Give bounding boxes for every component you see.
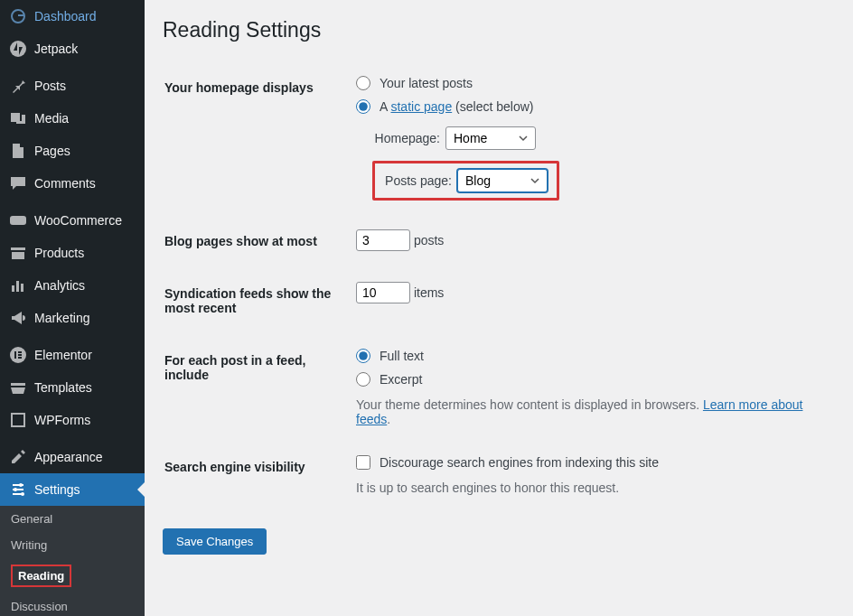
sidebar-item-label: Pages <box>34 144 70 158</box>
sidebar-item-label: Jetpack <box>34 42 78 56</box>
sidebar-item-comments[interactable]: Comments <box>0 167 145 200</box>
radio-static-page-label: A static page (select below) <box>380 99 533 114</box>
sidebar-item-label: Posts <box>34 79 66 93</box>
feed-description: Your theme determines how content is dis… <box>356 397 824 426</box>
blog-pages-label: Blog pages show at most <box>164 216 345 266</box>
sidebar-item-settings[interactable]: Settings <box>0 473 145 506</box>
radio-full-text-label: Full text <box>380 349 424 363</box>
sidebar-item-analytics[interactable]: Analytics <box>0 269 145 302</box>
svg-point-0 <box>10 41 26 57</box>
dashboard-icon <box>9 7 27 25</box>
blog-pages-input[interactable] <box>356 229 410 251</box>
sidebar-item-elementor[interactable]: Elementor <box>0 339 145 371</box>
page-title: Reading Settings <box>163 18 835 42</box>
radio-latest-posts[interactable] <box>356 76 370 90</box>
pin-icon <box>9 77 27 95</box>
templates-icon <box>9 378 27 397</box>
posts-page-highlight: Posts page: Blog <box>372 161 559 201</box>
sidebar-item-label: Dashboard <box>34 9 97 23</box>
sidebar-item-label: Settings <box>34 482 80 497</box>
sidebar-item-media[interactable]: Media <box>0 102 145 135</box>
sidebar-item-marketing[interactable]: Marketing <box>0 302 145 334</box>
sidebar-item-woocommerce[interactable]: WooCommerce <box>0 204 145 237</box>
elementor-icon <box>9 346 27 364</box>
sidebar-item-label: Marketing <box>34 311 89 325</box>
analytics-icon <box>9 276 27 294</box>
pages-icon <box>9 142 27 160</box>
search-visibility-label: Search engine visibility <box>164 442 345 509</box>
sidebar-item-products[interactable]: Products <box>0 237 145 269</box>
settings-icon <box>9 481 27 499</box>
sidebar-item-label: Products <box>34 246 84 260</box>
posts-page-select-label: Posts page: <box>384 173 452 188</box>
admin-sidebar: Dashboard Jetpack Posts Media Pages Comm… <box>0 0 145 616</box>
feed-include-label: For each post in a feed, include <box>164 335 345 440</box>
radio-full-text[interactable] <box>356 349 370 363</box>
appearance-icon <box>9 448 27 466</box>
search-visibility-description: It is up to search engines to honor this… <box>356 481 824 495</box>
sidebar-item-label: Comments <box>34 176 96 191</box>
sidebar-item-pages[interactable]: Pages <box>0 135 145 167</box>
marketing-icon <box>9 309 27 327</box>
main-content: Reading Settings Your homepage displays … <box>145 0 853 616</box>
posts-page-select[interactable]: Blog <box>457 169 548 192</box>
homepage-select[interactable]: Home <box>445 126 536 150</box>
radio-latest-posts-label: Your latest posts <box>380 76 473 90</box>
discourage-search-label: Discourage search engines from indexing … <box>380 455 659 470</box>
syndication-label: Syndication feeds show the most recent <box>164 268 345 333</box>
subnav-item-writing[interactable]: Writing <box>0 532 145 558</box>
svg-rect-3 <box>12 414 24 426</box>
media-icon <box>9 109 27 127</box>
homepage-select-label: Homepage: <box>372 131 440 145</box>
sidebar-item-label: Appearance <box>34 450 103 464</box>
radio-static-page[interactable] <box>356 99 370 114</box>
sidebar-item-posts[interactable]: Posts <box>0 70 145 102</box>
sidebar-item-templates[interactable]: Templates <box>0 371 145 404</box>
svg-point-5 <box>14 488 17 491</box>
discourage-search-checkbox[interactable] <box>356 455 370 470</box>
sidebar-item-label: Media <box>34 111 69 126</box>
syndication-input[interactable] <box>356 282 410 303</box>
radio-excerpt-label: Excerpt <box>380 372 422 387</box>
settings-submenu: General Writing Reading Discussion <box>0 506 145 616</box>
svg-point-4 <box>19 483 23 487</box>
svg-point-6 <box>21 492 24 496</box>
woo-icon <box>9 211 27 229</box>
sidebar-item-label: WPForms <box>34 413 90 427</box>
static-page-link[interactable]: static page <box>390 99 452 114</box>
wpforms-icon <box>9 411 27 429</box>
products-icon <box>9 244 27 262</box>
syndication-unit: items <box>414 285 444 300</box>
homepage-displays-label: Your homepage displays <box>164 62 345 214</box>
sidebar-item-label: WooCommerce <box>34 213 122 228</box>
radio-excerpt[interactable] <box>356 372 370 387</box>
sidebar-item-wpforms[interactable]: WPForms <box>0 404 145 436</box>
jetpack-icon <box>9 40 27 58</box>
sidebar-item-label: Elementor <box>34 348 92 362</box>
subnav-item-discussion[interactable]: Discussion <box>0 593 145 616</box>
sidebar-item-appearance[interactable]: Appearance <box>0 441 145 473</box>
blog-pages-unit: posts <box>414 233 444 247</box>
sidebar-item-label: Analytics <box>34 278 85 293</box>
sidebar-item-jetpack[interactable]: Jetpack <box>0 33 145 65</box>
sidebar-item-label: Templates <box>34 380 92 395</box>
sidebar-item-dashboard[interactable]: Dashboard <box>0 0 145 33</box>
subnav-item-reading[interactable]: Reading <box>0 558 145 593</box>
comments-icon <box>9 174 27 192</box>
subnav-item-general[interactable]: General <box>0 506 145 532</box>
save-changes-button[interactable]: Save Changes <box>163 528 267 555</box>
svg-rect-1 <box>10 216 26 225</box>
